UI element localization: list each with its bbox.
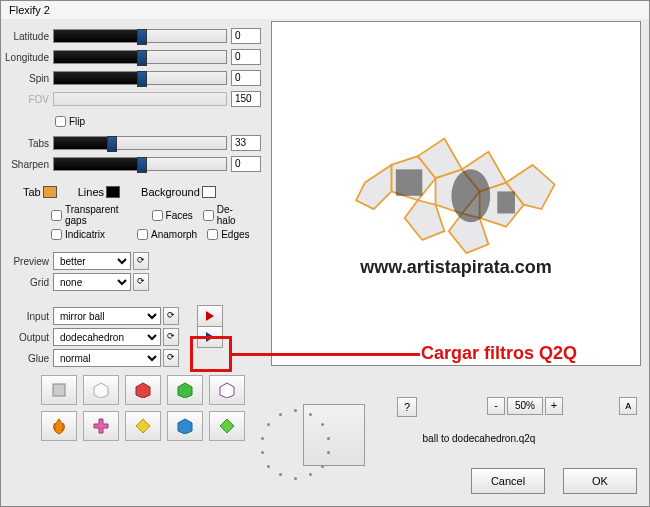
load-filter-button[interactable]: [197, 305, 223, 327]
svg-marker-6: [178, 419, 192, 434]
anamorph-checkbox[interactable]: Anamorph: [137, 229, 197, 240]
dodecahedron-net-icon: [322, 112, 602, 262]
gem-blue-icon: [177, 418, 193, 434]
preset-button-5[interactable]: [209, 375, 245, 405]
flip-checkbox[interactable]: Flip: [55, 116, 85, 127]
spin-value[interactable]: 0: [231, 70, 261, 86]
glue-select[interactable]: normal: [53, 349, 161, 367]
preview-cycle-button[interactable]: ⟳: [133, 252, 149, 270]
longitude-label: Longitude: [5, 52, 53, 63]
background-color-label: Background: [141, 186, 200, 198]
gem-yellow-icon: [135, 418, 151, 434]
tabs-slider[interactable]: [53, 136, 227, 150]
fov-slider: [53, 92, 227, 106]
window-title: Flexify 2: [1, 1, 649, 19]
cube-white-icon: [93, 382, 109, 398]
longitude-slider[interactable]: [53, 50, 227, 64]
glue-label: Glue: [5, 353, 53, 364]
svg-marker-1: [94, 383, 108, 398]
input-select[interactable]: mirror ball: [53, 307, 161, 325]
preview-canvas[interactable]: www.artistapirata.com: [271, 21, 641, 366]
fov-value[interactable]: 150: [231, 91, 261, 107]
annotation-label: Cargar filtros Q2Q: [421, 343, 577, 364]
controls-panel: Latitude 0 Longitude 0 Spin 0 FOV 150 Fl…: [1, 21, 269, 447]
auto-zoom-button[interactable]: ᴀ: [619, 397, 637, 415]
lines-color-swatch[interactable]: [106, 186, 120, 198]
annotation-connector-line: [232, 353, 420, 356]
cancel-button[interactable]: Cancel: [471, 468, 545, 494]
cube-green-icon: [177, 382, 193, 398]
tab-color-label: Tab: [23, 186, 41, 198]
cube-gray-icon: [51, 382, 67, 398]
glue-cycle-button[interactable]: ⟳: [163, 349, 179, 367]
zoom-out-button[interactable]: -: [487, 397, 505, 415]
progress-ring-icon: [261, 409, 331, 479]
svg-marker-4: [220, 383, 234, 398]
svg-rect-19: [497, 191, 515, 213]
gem-green-icon: [219, 418, 235, 434]
preset-button-10[interactable]: [209, 411, 245, 441]
input-label: Input: [5, 311, 53, 322]
svg-rect-18: [396, 169, 422, 195]
preset-button-9[interactable]: [167, 411, 203, 441]
faces-checkbox[interactable]: Faces: [152, 210, 193, 221]
spin-label: Spin: [5, 73, 53, 84]
latitude-value[interactable]: 0: [231, 28, 261, 44]
svg-marker-3: [178, 383, 192, 398]
preset-button-3[interactable]: [125, 375, 161, 405]
tabs-value[interactable]: 33: [231, 135, 261, 151]
edges-checkbox[interactable]: Edges: [207, 229, 249, 240]
flame-icon: [50, 417, 68, 435]
tabs-label: Tabs: [5, 138, 53, 149]
svg-marker-13: [356, 165, 391, 209]
preset-icon-grid: [41, 375, 261, 441]
play-red-icon: [206, 311, 214, 321]
fov-label: FOV: [5, 94, 53, 105]
preset-button-1[interactable]: [41, 375, 77, 405]
preset-button-2[interactable]: [83, 375, 119, 405]
output-select[interactable]: dodecahedron: [53, 328, 161, 346]
watermark-text: www.artistapirata.com: [360, 257, 551, 278]
indicatrix-checkbox[interactable]: Indicatrix: [51, 229, 105, 240]
svg-marker-2: [136, 383, 150, 398]
grid-select[interactable]: none: [53, 273, 131, 291]
zoom-value[interactable]: 50%: [507, 397, 543, 415]
preview-select[interactable]: better: [53, 252, 131, 270]
cube-red-icon: [135, 382, 151, 398]
tab-color-swatch[interactable]: [43, 186, 57, 198]
output-label: Output: [5, 332, 53, 343]
help-button[interactable]: ?: [397, 397, 417, 417]
svg-marker-7: [220, 419, 234, 433]
status-text: ball to dodecahedron.q2q: [379, 433, 579, 444]
sharpen-value[interactable]: 0: [231, 156, 261, 172]
preset-button-8[interactable]: [125, 411, 161, 441]
dehalo-checkbox[interactable]: De-halo: [203, 204, 251, 226]
input-cycle-button[interactable]: ⟳: [163, 307, 179, 325]
preset-button-7[interactable]: [83, 411, 119, 441]
zoom-in-button[interactable]: +: [545, 397, 563, 415]
grid-label: Grid: [5, 277, 53, 288]
transparent-gaps-checkbox[interactable]: Transparent gaps: [51, 204, 142, 226]
grid-cycle-button[interactable]: ⟳: [133, 273, 149, 291]
sharpen-label: Sharpen: [5, 159, 53, 170]
ok-button[interactable]: OK: [563, 468, 637, 494]
latitude-slider[interactable]: [53, 29, 227, 43]
spin-slider[interactable]: [53, 71, 227, 85]
preset-button-6[interactable]: [41, 411, 77, 441]
svg-rect-0: [53, 384, 65, 396]
lines-color-label: Lines: [78, 186, 104, 198]
cross-pink-icon: [93, 418, 109, 434]
play-blue-icon: [206, 332, 214, 342]
preset-button-4[interactable]: [167, 375, 203, 405]
run-button[interactable]: [197, 326, 223, 348]
sharpen-slider[interactable]: [53, 157, 227, 171]
latitude-label: Latitude: [5, 31, 53, 42]
longitude-value[interactable]: 0: [231, 49, 261, 65]
preview-label: Preview: [5, 256, 53, 267]
output-cycle-button[interactable]: ⟳: [163, 328, 179, 346]
background-color-swatch[interactable]: [202, 186, 216, 198]
svg-point-17: [451, 169, 490, 222]
cube-purple-icon: [219, 382, 235, 398]
svg-marker-5: [136, 419, 150, 433]
